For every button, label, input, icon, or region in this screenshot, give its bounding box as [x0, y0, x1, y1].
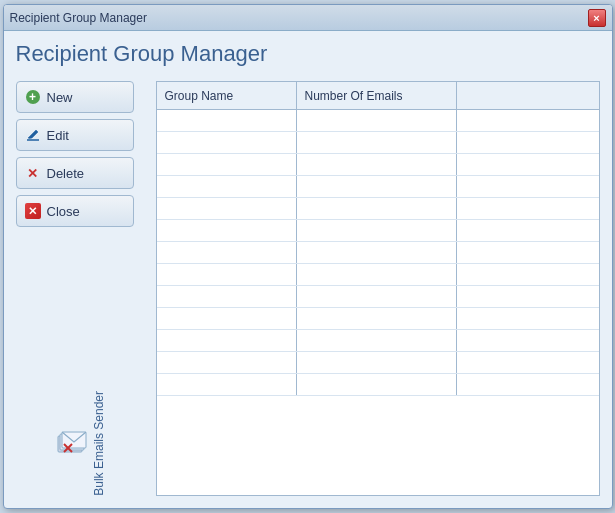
- window-body: Recipient Group Manager + New: [4, 31, 612, 508]
- new-icon: +: [25, 89, 41, 105]
- row-group-name: [157, 220, 297, 241]
- main-content: + New Edit ✕: [16, 81, 600, 496]
- row-extra: [457, 352, 599, 373]
- row-extra: [457, 286, 599, 307]
- title-bar-text: Recipient Group Manager: [10, 11, 147, 25]
- row-extra: [457, 374, 599, 395]
- table-area: Group Name Number Of Emails: [156, 81, 600, 496]
- close-button-label: Close: [47, 204, 80, 219]
- row-group-name: [157, 198, 297, 219]
- table-row[interactable]: [157, 352, 599, 374]
- new-button-label: New: [47, 90, 73, 105]
- table-rows: [157, 110, 599, 495]
- row-group-name: [157, 176, 297, 197]
- table-row[interactable]: [157, 176, 599, 198]
- table-header: Group Name Number Of Emails: [157, 82, 599, 110]
- close-button[interactable]: ✕ Close: [16, 195, 134, 227]
- row-extra: [457, 132, 599, 153]
- table-row[interactable]: [157, 242, 599, 264]
- row-extra: [457, 220, 599, 241]
- row-group-name: [157, 308, 297, 329]
- table-row[interactable]: [157, 220, 599, 242]
- table-row[interactable]: [157, 330, 599, 352]
- col-num-emails-header: Number Of Emails: [297, 82, 457, 109]
- row-num-emails: [297, 154, 457, 175]
- table-row[interactable]: [157, 308, 599, 330]
- page-title: Recipient Group Manager: [16, 41, 600, 67]
- row-extra: [457, 154, 599, 175]
- row-group-name: [157, 132, 297, 153]
- edit-icon: [25, 127, 41, 143]
- window-close-button[interactable]: ×: [588, 9, 606, 27]
- row-num-emails: [297, 242, 457, 263]
- row-group-name: [157, 286, 297, 307]
- close-icon: ✕: [25, 203, 41, 219]
- row-group-name: [157, 110, 297, 131]
- row-extra: [457, 198, 599, 219]
- main-window: Recipient Group Manager × Recipient Grou…: [3, 4, 613, 509]
- table-row[interactable]: [157, 286, 599, 308]
- row-num-emails: [297, 110, 457, 131]
- table-row[interactable]: [157, 264, 599, 286]
- row-num-emails: [297, 308, 457, 329]
- table-row[interactable]: [157, 154, 599, 176]
- title-bar: Recipient Group Manager ×: [4, 5, 612, 31]
- edit-button[interactable]: Edit: [16, 119, 134, 151]
- delete-icon: ✕: [25, 165, 41, 181]
- row-num-emails: [297, 374, 457, 395]
- row-num-emails: [297, 330, 457, 351]
- row-num-emails: [297, 286, 457, 307]
- row-extra: [457, 176, 599, 197]
- row-num-emails: [297, 176, 457, 197]
- delete-button-label: Delete: [47, 166, 85, 181]
- table-row[interactable]: [157, 132, 599, 154]
- row-extra: [457, 110, 599, 131]
- table-row[interactable]: [157, 110, 599, 132]
- sidebar-bottom: Bulk Emails Sender: [16, 371, 146, 496]
- row-group-name: [157, 330, 297, 351]
- row-num-emails: [297, 264, 457, 285]
- bulk-emails-label: Bulk Emails Sender: [92, 391, 106, 496]
- table-row[interactable]: [157, 374, 599, 396]
- row-extra: [457, 330, 599, 351]
- bulk-emails-container: Bulk Emails Sender: [56, 391, 106, 496]
- edit-button-label: Edit: [47, 128, 69, 143]
- row-num-emails: [297, 352, 457, 373]
- col-extra-header: [457, 82, 599, 109]
- bulk-emails-icon: [56, 430, 88, 458]
- row-extra: [457, 264, 599, 285]
- row-group-name: [157, 264, 297, 285]
- row-group-name: [157, 242, 297, 263]
- delete-button[interactable]: ✕ Delete: [16, 157, 134, 189]
- row-extra: [457, 242, 599, 263]
- new-button[interactable]: + New: [16, 81, 134, 113]
- row-num-emails: [297, 198, 457, 219]
- row-num-emails: [297, 132, 457, 153]
- row-group-name: [157, 374, 297, 395]
- row-num-emails: [297, 220, 457, 241]
- row-group-name: [157, 154, 297, 175]
- sidebar: + New Edit ✕: [16, 81, 156, 496]
- row-group-name: [157, 352, 297, 373]
- table-row[interactable]: [157, 198, 599, 220]
- col-group-name-header: Group Name: [157, 82, 297, 109]
- row-extra: [457, 308, 599, 329]
